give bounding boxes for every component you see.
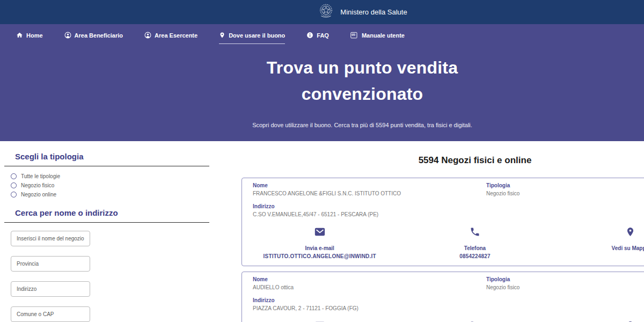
nome-value: AUDIELLO ottica	[253, 284, 486, 290]
store-card-actions: Invia e-mail ISTITUTO.OTTICO.ANGELONE@IN…	[242, 226, 644, 259]
email-action-label: Invia e-mail	[242, 245, 397, 251]
tipologia-value: Negozio fisico	[486, 191, 644, 196]
brand[interactable]: Ministero della Salute	[317, 3, 407, 22]
phone-icon	[470, 230, 480, 239]
radio-label: Negozio online	[21, 192, 56, 197]
person-icon	[144, 32, 151, 39]
nav-item-label: Manuale utente	[362, 32, 405, 39]
svg-text:PDF: PDF	[352, 34, 355, 36]
indirizzo-field: Indirizzo C.SO V.EMANUELE,45/47 - 65121 …	[253, 203, 644, 217]
page: Ministero della Salute Home Area Be	[0, 0, 644, 322]
tipologia-label: Tipologia	[486, 182, 644, 188]
store-card-actions: Invia e-mail Telefona	[242, 320, 644, 322]
indirizzo-label: Indirizzo	[253, 203, 644, 209]
indirizzo-value: PIAZZA CAVOUR, 2 - 71121 - FOGGIA (FG)	[253, 305, 644, 311]
top-header: Ministero della Salute	[0, 0, 644, 24]
results-heading: 5594 Negozi fisici e online	[241, 155, 644, 166]
nav-item-label: Home	[26, 32, 43, 39]
nav-item-label: FAQ	[317, 32, 329, 39]
nav-item-label: Dove usare il buono	[229, 32, 285, 39]
store-card-info: Nome AUDIELLO ottica Tipologia Negozio f…	[253, 276, 644, 296]
radio-circle-icon[interactable]	[11, 192, 17, 197]
nav-item-home[interactable]: Home	[16, 32, 43, 43]
divider	[4, 166, 209, 166]
radio-circle-icon[interactable]	[11, 173, 17, 179]
nav-item-label: Area Esercente	[155, 32, 197, 39]
phone-action-label: Telefona	[397, 245, 552, 251]
pdf-icon: PDF	[350, 32, 358, 39]
store-card: Nome FRANCESCO ANGELONE &FIGLI S.N.C. IS…	[241, 178, 644, 266]
email-action-value: ISTITUTO.OTTICO.ANGELONE@INWIND.IT	[242, 253, 397, 259]
radio-negozio-online[interactable]: Negozio online	[11, 192, 209, 197]
page-subtitle: Scopri dove utilizzare il buono. Cerca t…	[0, 122, 644, 128]
phone-action-value: 0854224827	[397, 253, 552, 259]
tipologia-label: Tipologia	[486, 276, 644, 282]
radio-label: Tutte le tipologie	[21, 173, 60, 179]
radio-negozio-fisico[interactable]: Negozio fisico	[11, 182, 209, 188]
map-pin-icon	[625, 230, 635, 239]
search-form	[11, 231, 209, 322]
main-content: Scegli la tipologia Tutte le tipologie N…	[0, 141, 644, 322]
divider	[4, 222, 209, 223]
page-title: Trova un punto vendita convenzionato	[0, 55, 644, 107]
tipologia-value: Negozio fisico	[486, 284, 644, 290]
page-title-line1: Trova un punto vendita	[0, 55, 644, 81]
hero-section: Home Area Beneficiario	[0, 24, 644, 141]
results-list: 5594 Negozi fisici e online Nome FRANCES…	[241, 141, 644, 322]
search-heading: Cerca per nome o indirizzo	[15, 208, 209, 217]
nav-item-dove-usare-il-buono[interactable]: Dove usare il buono	[219, 32, 285, 44]
map-action-label: Vedi su Mappa	[553, 245, 644, 251]
map-action[interactable]: Vedi su Mappa	[553, 320, 644, 322]
shop-name-input[interactable]	[11, 231, 90, 246]
main-nav: Home Area Beneficiario	[0, 24, 644, 44]
tipologia-radio-group: Tutte le tipologie Negozio fisico Negozi…	[11, 173, 209, 197]
envelope-icon	[313, 230, 326, 239]
nome-field: Nome AUDIELLO ottica	[253, 276, 486, 290]
info-icon	[306, 32, 313, 39]
store-card: Nome AUDIELLO ottica Tipologia Negozio f…	[241, 272, 644, 322]
indirizzo-input[interactable]	[11, 281, 90, 297]
store-card-info: Nome FRANCESCO ANGELONE &FIGLI S.N.C. IS…	[253, 182, 644, 202]
indirizzo-label: Indirizzo	[253, 297, 644, 303]
indirizzo-field: Indirizzo PIAZZA CAVOUR, 2 - 71121 - FOG…	[253, 297, 644, 311]
nav-item-label: Area Beneficiario	[75, 32, 123, 39]
ministero-emblem-icon	[317, 3, 335, 22]
provincia-input[interactable]	[11, 256, 90, 272]
nome-label: Nome	[253, 276, 486, 282]
comune-cap-input[interactable]	[11, 306, 90, 322]
radio-label: Negozio fisico	[21, 182, 54, 188]
nome-field: Nome FRANCESCO ANGELONE &FIGLI S.N.C. IS…	[253, 182, 486, 196]
nav-item-manuale-utente[interactable]: PDF Manuale utente	[350, 32, 405, 44]
brand-label: Ministero della Salute	[340, 8, 407, 16]
nav-item-area-beneficiario[interactable]: Area Beneficiario	[64, 32, 123, 43]
map-action[interactable]: Vedi su Mappa	[553, 226, 644, 259]
email-action[interactable]: Invia e-mail ISTITUTO.OTTICO.ANGELONE@IN…	[242, 226, 397, 259]
nav-item-faq[interactable]: FAQ	[306, 32, 329, 43]
nome-value: FRANCESCO ANGELONE &FIGLI S.N.C. ISTITUT…	[253, 191, 486, 196]
phone-action[interactable]: Telefona 0854224827	[397, 226, 552, 259]
radio-tutte-le-tipologie[interactable]: Tutte le tipologie	[11, 173, 209, 179]
map-pin-icon	[219, 32, 225, 39]
page-title-line2: convenzionato	[0, 81, 644, 107]
tipologia-field: Tipologia Negozio fisico	[486, 276, 644, 290]
nav-item-area-esercente[interactable]: Area Esercente	[144, 32, 197, 43]
tipologia-field: Tipologia Negozio fisico	[486, 182, 644, 196]
home-icon	[16, 32, 23, 39]
nome-label: Nome	[253, 182, 486, 188]
phone-action[interactable]: Telefona	[397, 320, 552, 322]
radio-circle-icon[interactable]	[11, 182, 17, 188]
filters-sidebar: Scegli la tipologia Tutte le tipologie N…	[4, 141, 209, 322]
email-action[interactable]: Invia e-mail	[242, 320, 397, 322]
indirizzo-value: C.SO V.EMANUELE,45/47 - 65121 - PESCARA …	[253, 211, 644, 217]
tipologia-heading: Scegli la tipologia	[15, 152, 209, 161]
person-icon	[64, 32, 71, 39]
